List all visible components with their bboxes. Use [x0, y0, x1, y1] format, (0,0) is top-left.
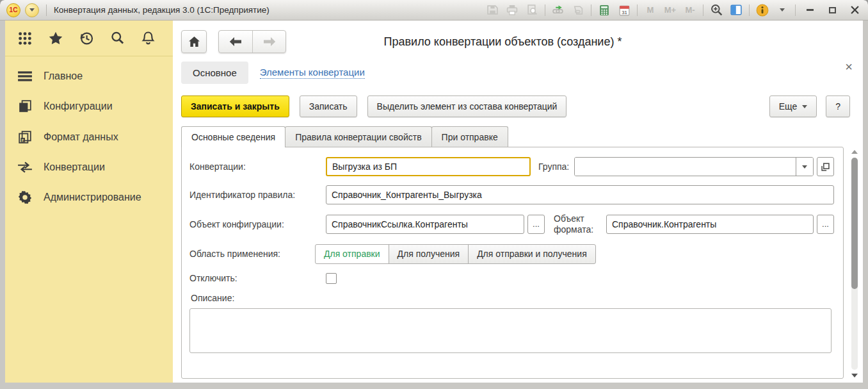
- back-button[interactable]: [219, 31, 252, 53]
- all-sections-icon[interactable]: [17, 30, 33, 47]
- history-icon[interactable]: [78, 30, 95, 47]
- save-button[interactable]: Записать: [300, 95, 357, 117]
- scope-segmented-control: Для отправки Для получения Для отправки …: [315, 244, 596, 264]
- sidebar-item-label: Конвертации: [44, 161, 105, 173]
- form-close-button[interactable]: ×: [845, 60, 853, 73]
- sidebar-item-label: Главное: [44, 70, 83, 82]
- tab-property-conversion-rules[interactable]: Правила конвертации свойств: [285, 126, 431, 147]
- notifications-bell-icon[interactable]: [140, 30, 156, 47]
- titlebar: 1С Конвертация данных, редакция 3.0 (1С:…: [0, 0, 868, 21]
- divider: [749, 4, 750, 16]
- sidebar-menu: Главное Конфигурации F Формат данных: [5, 56, 173, 213]
- scope-option-for-send[interactable]: Для отправки: [315, 244, 389, 264]
- history-nav-group: [218, 30, 286, 53]
- group-combo: [574, 157, 814, 176]
- tab-general-info[interactable]: Основные сведения: [181, 126, 285, 147]
- scope-row: Область применения: Для отправки Для пол…: [189, 244, 834, 264]
- form-header: Правило конвертации объектов (создание) …: [181, 28, 863, 55]
- rule-id-input[interactable]: [326, 185, 834, 204]
- rule-id-row: Идентификатор правила:: [189, 185, 834, 204]
- forward-button[interactable]: [252, 31, 285, 53]
- group-dropdown-button[interactable]: [796, 158, 813, 176]
- disable-label: Отключить:: [189, 273, 326, 283]
- favorites-star-icon[interactable]: [47, 30, 64, 47]
- scrollbar-thumb[interactable]: [851, 158, 858, 289]
- memory-recall-button[interactable]: M: [643, 4, 657, 17]
- divider: [545, 4, 545, 16]
- sidebar-item-label: Администрирование: [44, 192, 141, 203]
- print-icon[interactable]: [505, 4, 519, 17]
- tab-conversion-elements-link[interactable]: Элементы конвертации: [260, 67, 365, 79]
- info-dropdown-button[interactable]: [775, 4, 789, 17]
- calculator-icon[interactable]: [597, 4, 611, 17]
- extract-element-button[interactable]: Выделить элемент из состава конвертаций: [367, 95, 567, 117]
- app-window: 1С Конвертация данных, редакция 3.0 (1С:…: [0, 0, 868, 389]
- sidebar-item-main[interactable]: Главное: [5, 62, 173, 91]
- maximize-button[interactable]: [824, 4, 840, 17]
- disable-row: Отключить:: [189, 273, 834, 284]
- svg-text:F: F: [22, 138, 24, 142]
- more-button[interactable]: Еще: [769, 95, 817, 117]
- minimize-button[interactable]: [801, 4, 818, 17]
- open-in-window-icon: [821, 163, 830, 171]
- scrollbar-track[interactable]: [851, 158, 858, 370]
- scope-option-for-receive[interactable]: Для получения: [389, 244, 469, 264]
- save-and-close-button[interactable]: Записать и закрыть: [181, 95, 289, 117]
- memory-subtract-button[interactable]: M-: [683, 4, 697, 17]
- tab-on-send[interactable]: При отправке: [431, 126, 508, 147]
- group-open-button[interactable]: [817, 157, 834, 176]
- main-menu-button[interactable]: [25, 3, 39, 17]
- gear-icon: [17, 190, 33, 204]
- maximize-icon: [829, 7, 836, 13]
- save-icon[interactable]: [485, 4, 499, 17]
- swap-arrows-icon: [17, 161, 33, 174]
- command-bar: Записать и закрыть Записать Выделить эле…: [181, 95, 850, 117]
- description-textarea[interactable]: [189, 308, 832, 353]
- sidebar-toolbar: [5, 21, 173, 56]
- close-icon: [851, 6, 859, 14]
- scroll-up-button[interactable]: [851, 150, 858, 154]
- general-info-panel: Конвертации: Группа: Идентификатор прави…: [181, 147, 844, 379]
- search-icon[interactable]: [109, 30, 125, 47]
- config-object-browse-button[interactable]: ...: [527, 215, 545, 234]
- stacked-pages-icon: [17, 99, 33, 113]
- window-title: Конвертация данных, редакция 3.0 (1С:Пре…: [54, 5, 269, 15]
- split-view-icon[interactable]: [729, 4, 743, 17]
- divider: [703, 4, 703, 16]
- menu-bars-icon: [17, 70, 33, 83]
- sidebar-item-configurations[interactable]: Конфигурации: [5, 91, 173, 122]
- sidebar-item-label: Конфигурации: [44, 101, 113, 112]
- format-object-label: Объект формата:: [554, 213, 600, 235]
- zoom-icon[interactable]: [709, 4, 723, 17]
- config-object-label: Объект конфигурации:: [189, 219, 326, 229]
- scope-option-for-send-and-receive[interactable]: Для отправки и получения: [468, 244, 596, 264]
- format-page-icon: F: [17, 130, 33, 144]
- divider: [591, 4, 591, 16]
- copy-link-icon[interactable]: [571, 4, 585, 17]
- info-icon[interactable]: [755, 4, 769, 17]
- attach-link-icon[interactable]: [551, 4, 565, 17]
- format-object-input[interactable]: [606, 215, 814, 234]
- close-window-button[interactable]: [846, 4, 863, 17]
- form-nav-tabs: Основное Элементы конвертации: [181, 62, 863, 84]
- sidebar-item-administration[interactable]: Администрирование: [5, 182, 173, 213]
- sidebar-item-conversions[interactable]: Конвертации: [5, 153, 173, 182]
- home-button[interactable]: [181, 30, 207, 53]
- chevron-down-icon: [29, 8, 35, 12]
- calendar-icon[interactable]: 31: [617, 4, 631, 17]
- help-button[interactable]: ?: [826, 95, 850, 117]
- memory-add-button[interactable]: M+: [663, 4, 677, 17]
- config-object-input[interactable]: [326, 215, 524, 234]
- 1c-logo-icon: 1С: [6, 3, 20, 17]
- format-object-browse-button[interactable]: ...: [817, 215, 834, 234]
- conversion-input[interactable]: [326, 157, 531, 176]
- disable-checkbox[interactable]: [326, 273, 337, 284]
- group-input[interactable]: [575, 158, 796, 176]
- arrow-left-icon: [229, 37, 242, 46]
- scroll-down-button[interactable]: [851, 374, 858, 377]
- print-preview-icon[interactable]: [525, 4, 539, 17]
- tab-main[interactable]: Основное: [181, 62, 248, 84]
- arrow-right-icon: [263, 37, 276, 46]
- sidebar-item-data-format[interactable]: F Формат данных: [5, 122, 173, 153]
- sidebar: Главное Конфигурации F Формат данных: [5, 21, 173, 383]
